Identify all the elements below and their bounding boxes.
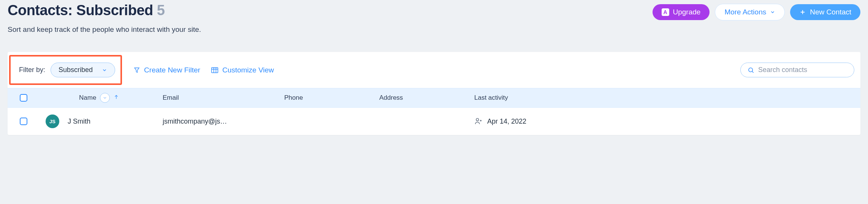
svg-line-8 [752, 71, 754, 72]
more-actions-label: More Actions [724, 8, 766, 16]
row-email: jsmithcompany@js… [163, 118, 284, 126]
search-icon [748, 66, 754, 74]
row-last-activity-value: Apr 14, 2022 [487, 118, 526, 126]
customize-view-button[interactable]: Customize View [210, 64, 275, 76]
ascend-logo-icon: A [662, 8, 669, 16]
row-checkbox[interactable] [20, 118, 27, 125]
upgrade-label: Upgrade [673, 8, 701, 16]
new-contact-button[interactable]: New Contact [790, 4, 860, 20]
toolbar: Filter by: Subscribed Create New Filter … [8, 52, 860, 88]
contact-count: 5 [157, 2, 165, 18]
header-actions: A Upgrade More Actions New Contact [653, 4, 861, 20]
svg-point-10 [476, 118, 478, 121]
upgrade-button[interactable]: A Upgrade [653, 4, 710, 20]
contacts-panel: Filter by: Subscribed Create New Filter … [8, 52, 860, 135]
page-title-filter: Subscribed [76, 2, 153, 18]
column-name-label: Name [79, 94, 96, 102]
filter-chip[interactable]: Subscribed [51, 63, 115, 77]
column-last-activity[interactable]: Last activity [474, 94, 596, 102]
column-phone[interactable]: Phone [284, 94, 379, 102]
select-all-checkbox[interactable] [20, 94, 27, 102]
sort-menu-button[interactable] [100, 93, 110, 103]
avatar: JS [46, 115, 59, 128]
row-name: J Smith [68, 118, 90, 126]
chevron-down-icon [102, 67, 107, 73]
filter-by-label: Filter by: [19, 66, 45, 74]
new-contact-label: New Contact [810, 8, 851, 16]
page-subtitle: Sort and keep track of the people who in… [8, 25, 201, 34]
chevron-down-icon [103, 96, 107, 100]
column-address[interactable]: Address [379, 94, 474, 102]
filter-chip-value: Subscribed [59, 66, 93, 74]
table-row[interactable]: JS J Smith jsmithcompany@js… Apr 14, 202… [8, 108, 860, 135]
more-actions-button[interactable]: More Actions [715, 4, 785, 20]
customize-view-label: Customize View [222, 66, 274, 74]
filter-by-highlight: Filter by: Subscribed [9, 55, 122, 85]
row-name-cell: JS J Smith [41, 115, 163, 128]
filter-icon [133, 67, 140, 74]
column-email[interactable]: Email [163, 94, 284, 102]
row-last-activity: Apr 14, 2022 [474, 117, 596, 126]
select-all-cell [12, 94, 41, 102]
create-new-filter-label: Create New Filter [144, 66, 200, 74]
svg-point-7 [749, 68, 752, 72]
search-container [740, 63, 854, 77]
columns-icon [211, 67, 219, 74]
arrow-up-icon [114, 94, 119, 100]
page-title-prefix: Contacts: [8, 2, 76, 18]
table-header: Name Email Phone Address Last activity [8, 88, 860, 108]
create-new-filter-button[interactable]: Create New Filter [133, 64, 201, 76]
svg-rect-3 [212, 67, 218, 72]
plus-icon [799, 9, 806, 16]
activity-person-icon [474, 117, 483, 126]
row-select-cell [12, 118, 41, 125]
column-name[interactable]: Name [41, 93, 163, 103]
page-title: Contacts: Subscribed 5 [8, 2, 201, 19]
toolbar-links: Create New Filter Customize View [133, 64, 275, 76]
search-input[interactable] [758, 66, 847, 74]
sort-direction-asc[interactable] [114, 94, 119, 102]
svg-marker-2 [135, 68, 139, 72]
chevron-down-icon [770, 9, 775, 15]
